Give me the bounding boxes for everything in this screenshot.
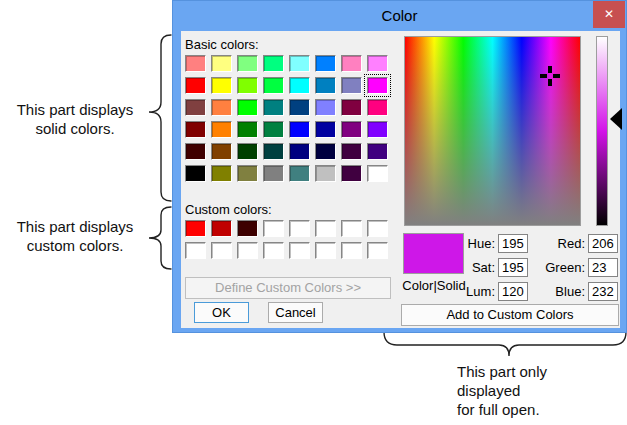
hue-label: Hue:	[443, 236, 495, 251]
color-swatch[interactable]	[237, 242, 258, 259]
basic-colors-label: Basic colors:	[185, 37, 259, 52]
color-swatch[interactable]	[237, 220, 258, 237]
color-swatch[interactable]	[263, 121, 284, 138]
color-swatch[interactable]	[315, 143, 336, 160]
ok-button[interactable]: OK	[194, 302, 249, 323]
color-swatch[interactable]	[263, 77, 284, 94]
color-swatch[interactable]	[211, 143, 232, 160]
color-swatch[interactable]	[185, 55, 206, 72]
color-swatch[interactable]	[289, 143, 310, 160]
color-swatch[interactable]	[289, 121, 310, 138]
color-swatch[interactable]	[315, 121, 336, 138]
color-dialog: Color ✕ Basic colors: Custom colors: Def…	[172, 0, 627, 333]
color-swatch[interactable]	[315, 220, 336, 237]
color-swatch[interactable]	[185, 121, 206, 138]
titlebar[interactable]: Color ✕	[173, 1, 626, 31]
luminance-bar[interactable]	[596, 36, 608, 226]
red-input[interactable]	[588, 234, 618, 253]
color-swatch[interactable]	[289, 220, 310, 237]
color-swatch[interactable]	[211, 220, 232, 237]
annotation-full-open: This part only displayed for full open.	[457, 362, 547, 419]
blue-input[interactable]	[588, 282, 618, 301]
color-swatch[interactable]	[289, 77, 310, 94]
color-swatch[interactable]	[367, 143, 388, 160]
color-swatch[interactable]	[263, 220, 284, 237]
color-swatch[interactable]	[341, 77, 362, 94]
brace-custom-colors	[147, 206, 173, 270]
color-swatch[interactable]	[341, 143, 362, 160]
annotation-solid-colors: This part displays solid colors.	[0, 100, 150, 138]
color-swatch[interactable]	[341, 220, 362, 237]
color-swatch[interactable]	[341, 165, 362, 182]
add-to-custom-colors-button[interactable]: Add to Custom Colors	[401, 304, 619, 326]
color-swatch[interactable]	[263, 242, 284, 259]
color-swatch[interactable]	[185, 99, 206, 116]
color-swatch[interactable]	[237, 99, 258, 116]
color-swatch[interactable]	[315, 77, 336, 94]
color-swatch[interactable]	[237, 77, 258, 94]
color-swatch[interactable]	[341, 242, 362, 259]
color-swatch[interactable]	[211, 55, 232, 72]
hue-saturation-field[interactable]	[404, 36, 581, 226]
color-swatch[interactable]	[185, 220, 206, 237]
brace-solid-colors	[147, 34, 173, 202]
color-swatch[interactable]	[185, 77, 206, 94]
custom-colors-label: Custom colors:	[185, 202, 272, 217]
color-swatch[interactable]	[367, 220, 388, 237]
color-swatch[interactable]	[341, 99, 362, 116]
close-button[interactable]: ✕	[593, 1, 625, 28]
color-swatch[interactable]	[263, 55, 284, 72]
color-swatch[interactable]	[315, 242, 336, 259]
luminance-slider-handle[interactable]	[610, 108, 622, 130]
color-swatch[interactable]	[185, 242, 206, 259]
lum-label: Lum:	[443, 284, 495, 299]
color-swatch[interactable]	[237, 55, 258, 72]
color-swatch[interactable]	[263, 143, 284, 160]
annotation-custom-colors: This part displays custom colors.	[0, 217, 150, 255]
color-swatch[interactable]	[263, 99, 284, 116]
color-swatch[interactable]	[211, 121, 232, 138]
color-swatch[interactable]	[367, 165, 388, 182]
basic-colors-grid	[185, 55, 388, 182]
color-swatch[interactable]	[211, 99, 232, 116]
color-swatch[interactable]	[211, 77, 232, 94]
color-swatch[interactable]	[211, 242, 232, 259]
define-custom-colors-button[interactable]: Define Custom Colors >>	[185, 277, 391, 299]
color-swatch[interactable]	[367, 55, 388, 72]
cancel-button[interactable]: Cancel	[268, 302, 323, 323]
color-swatch[interactable]	[185, 165, 206, 182]
color-swatch[interactable]	[289, 165, 310, 182]
brace-full-open	[383, 331, 627, 359]
color-swatch[interactable]	[211, 165, 232, 182]
color-swatch[interactable]	[237, 143, 258, 160]
color-swatch[interactable]	[185, 143, 206, 160]
green-label: Green:	[521, 260, 585, 275]
color-swatch[interactable]	[315, 165, 336, 182]
color-swatch[interactable]	[289, 55, 310, 72]
blue-label: Blue:	[521, 284, 585, 299]
color-swatch[interactable]	[315, 55, 336, 72]
color-swatch[interactable]	[341, 55, 362, 72]
close-icon: ✕	[604, 7, 614, 21]
crosshair-icon	[540, 66, 560, 86]
color-swatch[interactable]	[315, 99, 336, 116]
red-label: Red:	[521, 236, 585, 251]
color-swatch[interactable]	[237, 165, 258, 182]
color-swatch[interactable]	[289, 242, 310, 259]
color-swatch[interactable]	[263, 165, 284, 182]
custom-colors-grid	[185, 220, 388, 259]
color-swatch[interactable]	[289, 99, 310, 116]
dialog-client-area: Basic colors: Custom colors: Define Cust…	[181, 31, 620, 328]
color-swatch[interactable]	[237, 121, 258, 138]
sat-label: Sat:	[443, 260, 495, 275]
green-input[interactable]	[588, 258, 618, 277]
color-swatch[interactable]	[367, 77, 388, 94]
color-swatch[interactable]	[367, 121, 388, 138]
color-swatch[interactable]	[367, 242, 388, 259]
window-title: Color	[173, 1, 626, 30]
color-swatch[interactable]	[367, 99, 388, 116]
color-swatch[interactable]	[341, 121, 362, 138]
